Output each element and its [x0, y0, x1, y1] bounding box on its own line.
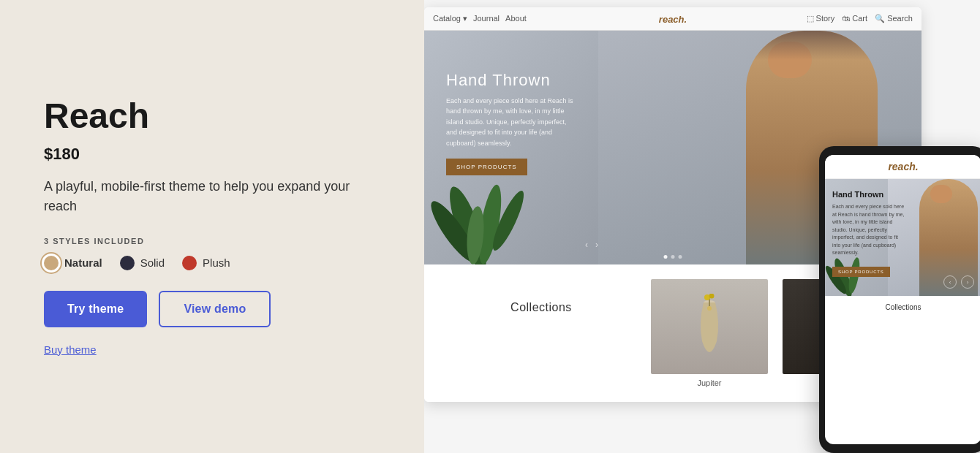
mobile-preview: reach. Hand Thrown Each and every piece … — [819, 146, 980, 453]
nav-journal[interactable]: Journal — [473, 14, 500, 23]
plush-dot — [182, 256, 197, 270]
svg-point-6 — [707, 306, 712, 311]
style-option-natural[interactable]: Natural — [44, 256, 102, 270]
style-option-solid[interactable]: Solid — [120, 256, 165, 270]
right-panel: Catalog ▾ Journal About reach. ⬚ Story 🛍… — [424, 0, 980, 453]
mobile-person-head — [930, 185, 952, 203]
hero-heading: Hand Thrown — [446, 71, 578, 90]
collection-item-jupiter: Jupiter — [651, 279, 768, 387]
hero-shop-button[interactable]: SHOP PRODUCTS — [446, 159, 527, 175]
vase-icon — [691, 294, 728, 359]
try-theme-button[interactable]: Try theme — [44, 291, 147, 327]
mobile-hero-title: Hand Thrown — [832, 190, 905, 199]
plush-label: Plush — [203, 256, 230, 269]
hero-next-arrow[interactable]: › — [595, 240, 598, 250]
hero-content: Hand Thrown Each and every piece sold he… — [446, 71, 578, 175]
collections-title: Collections — [446, 279, 636, 314]
person-hair — [746, 31, 878, 60]
button-row: Try theme View demo — [44, 291, 380, 327]
browser-nav: Catalog ▾ Journal About — [433, 14, 527, 23]
mobile-collections-title: Collections — [832, 303, 974, 311]
mobile-hero-body: Each and every piece sold here at Reach … — [832, 203, 905, 257]
mobile-shop-button[interactable]: SHOP PRODUCTS — [832, 267, 890, 277]
left-panel: Reach $180 A playful, mobile-first theme… — [0, 0, 424, 453]
theme-description: A playful, mobile-first theme to help yo… — [44, 177, 351, 216]
style-option-plush[interactable]: Plush — [182, 256, 230, 270]
solid-dot — [120, 256, 135, 270]
mobile-prev-arrow[interactable]: ‹ — [943, 275, 957, 289]
story-link[interactable]: ⬚ Story — [807, 14, 835, 23]
collection-label: Jupiter — [651, 378, 768, 387]
browser-actions: ⬚ Story 🛍 Cart 🔍 Search — [807, 14, 913, 23]
natural-label: Natural — [64, 256, 102, 269]
nav-about[interactable]: About — [505, 14, 527, 23]
cart-link[interactable]: 🛍 Cart — [842, 14, 867, 23]
site-logo: reach. — [659, 14, 687, 25]
hero-dots — [664, 255, 682, 259]
mobile-collections: Collections — [825, 296, 980, 324]
hero-dot-2[interactable] — [671, 255, 675, 259]
mobile-next-arrow[interactable]: › — [961, 275, 974, 289]
view-demo-button[interactable]: View demo — [159, 291, 271, 327]
solid-label: Solid — [140, 256, 165, 269]
hero-arrows: ‹ › — [585, 240, 598, 250]
theme-title: Reach — [44, 97, 380, 136]
theme-price: $180 — [44, 145, 380, 164]
style-options: Natural Solid Plush — [44, 256, 380, 270]
plant-decor — [424, 170, 570, 264]
mobile-hero-arrows: ‹ › — [943, 275, 974, 289]
hero-prev-arrow[interactable]: ‹ — [585, 240, 588, 250]
mobile-nav: reach. — [825, 155, 980, 179]
mobile-hero-content: Hand Thrown Each and every piece sold he… — [832, 190, 905, 277]
search-link[interactable]: 🔍 Search — [875, 14, 913, 23]
hero-dot-1[interactable] — [664, 255, 668, 259]
mobile-hero: Hand Thrown Each and every piece sold he… — [825, 179, 980, 296]
natural-dot — [44, 256, 59, 270]
browser-chrome: Catalog ▾ Journal About reach. ⬚ Story 🛍… — [424, 7, 921, 31]
collection-image — [651, 279, 768, 374]
hero-dot-3[interactable] — [679, 255, 682, 259]
mobile-logo: reach. — [888, 161, 918, 172]
styles-label: 3 STYLES INCLUDED — [44, 237, 380, 245]
mobile-screen: reach. Hand Thrown Each and every piece … — [825, 155, 980, 444]
buy-theme-link[interactable]: Buy theme — [44, 343, 380, 356]
nav-catalog[interactable]: Catalog ▾ — [433, 14, 467, 23]
hero-body-text: Each and every piece sold here at Reach … — [446, 96, 578, 148]
